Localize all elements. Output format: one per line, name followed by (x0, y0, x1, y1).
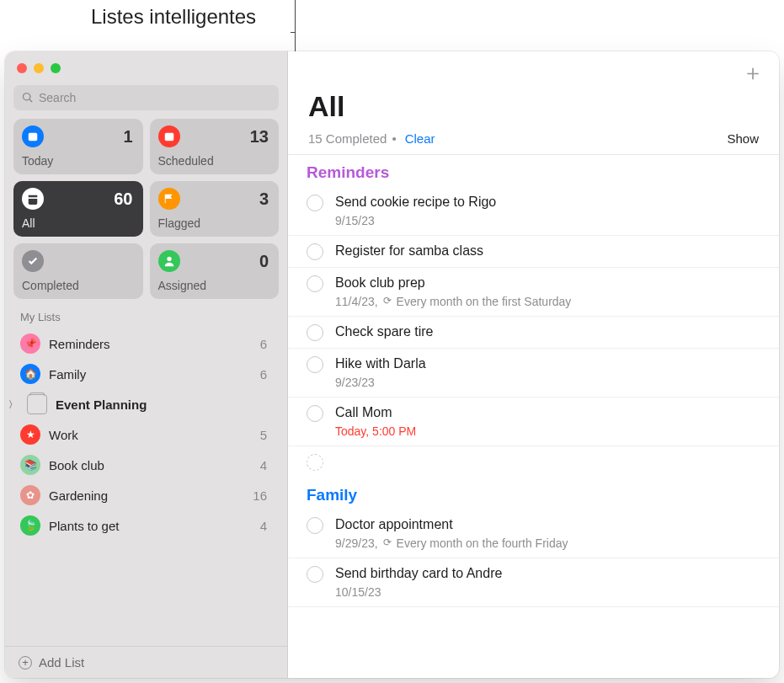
list-item[interactable]: 📚Book club4 (5, 450, 287, 480)
list-icon: 🏠 (20, 364, 40, 384)
today-count: 1 (123, 127, 132, 147)
section-reminders-title[interactable]: Reminders (288, 155, 779, 187)
mylists: 📌Reminders6🏠Family6〉Event Planning★Work5… (5, 328, 287, 646)
page-title: All (288, 88, 779, 131)
reminder-subtext: 10/15/23 (335, 584, 759, 600)
list-icon: 🍃 (20, 515, 40, 536)
today-label: Today (22, 154, 133, 168)
scheduled-label: Scheduled (158, 154, 269, 168)
reminder-item[interactable]: Call MomToday, 5:00 PM (288, 398, 779, 446)
all-icon (22, 188, 44, 210)
list-icon: 📚 (20, 455, 40, 475)
list-count: 4 (260, 519, 272, 533)
close-button[interactable] (17, 63, 27, 73)
reminder-item[interactable]: Doctor appointment9/29/23, ⟳ Every month… (288, 510, 779, 558)
show-button[interactable]: Show (727, 131, 759, 146)
reminder-title: Book club prep (335, 275, 759, 292)
list-label: Event Planning (56, 398, 147, 412)
reminder-item[interactable]: Send cookie recipe to Rigo9/15/23 (288, 187, 779, 236)
add-list-button[interactable]: + Add List (5, 646, 287, 678)
section-family-title[interactable]: Family (288, 478, 779, 510)
list-icon: ✿ (20, 485, 40, 505)
complete-radio[interactable] (307, 517, 323, 534)
complete-radio[interactable] (307, 243, 323, 260)
completed-bar: 15 Completed • Clear Show (288, 131, 779, 155)
list-item[interactable]: 🍃Plants to get4 (5, 510, 287, 541)
list-icon: ★ (20, 424, 40, 445)
smart-today[interactable]: 1 Today (13, 119, 143, 174)
reminder-subtext: 11/4/23, ⟳ Every month on the first Satu… (335, 294, 759, 309)
list-label: Plants to get (49, 519, 119, 533)
assigned-label: Assigned (158, 279, 269, 292)
assigned-count: 0 (259, 252, 269, 271)
person-icon (158, 250, 180, 272)
flag-icon (158, 188, 180, 210)
reminder-subtext: 9/29/23, ⟳ Every month on the fourth Fri… (335, 536, 759, 551)
list-item[interactable]: 🏠Family6 (5, 359, 287, 389)
smart-completed[interactable]: Completed (13, 243, 143, 299)
flagged-count: 3 (259, 189, 269, 209)
complete-radio[interactable] (307, 356, 323, 373)
reminder-title: Check spare tire (335, 323, 759, 341)
new-item-placeholder[interactable] (288, 446, 779, 478)
minimize-button[interactable] (34, 63, 44, 73)
reminder-title: Hike with Darla (335, 355, 759, 373)
list-group[interactable]: 〉Event Planning (5, 389, 287, 419)
add-list-label: Add List (39, 655, 84, 670)
repeat-icon: ⟳ (383, 536, 392, 550)
smart-assigned[interactable]: 0 Assigned (150, 243, 280, 299)
repeat-icon: ⟳ (383, 295, 392, 308)
chevron-right-icon: 〉 (8, 398, 19, 411)
mylists-header: My Lists (5, 299, 287, 328)
list-item[interactable]: 📌Reminders6 (5, 328, 287, 359)
search-input[interactable] (39, 91, 270, 104)
reminder-item[interactable]: Check spare tire (288, 317, 779, 349)
complete-radio[interactable] (307, 566, 323, 583)
reminder-item[interactable]: Register for samba class (288, 236, 779, 268)
list-item[interactable]: ✿Gardening16 (5, 480, 287, 510)
reminder-subtext: Today, 5:00 PM (335, 424, 759, 439)
reminder-item[interactable]: Book club prep11/4/23, ⟳ Every month on … (288, 268, 779, 317)
reminder-title: Doctor appointment (335, 516, 759, 534)
plus-circle-icon: + (19, 656, 32, 670)
radio-placeholder[interactable] (307, 454, 323, 471)
complete-radio[interactable] (307, 405, 323, 422)
scheduled-icon (158, 125, 180, 147)
window-controls (5, 51, 287, 82)
main-toolbar: ＋ (288, 51, 779, 88)
complete-radio[interactable] (307, 324, 323, 341)
complete-radio[interactable] (307, 275, 323, 292)
separator-dot: • (387, 131, 401, 146)
list-icon: 📌 (20, 333, 40, 354)
reminder-subtext: 9/15/23 (335, 213, 759, 228)
list-count: 16 (253, 488, 272, 503)
reminder-title: Call Mom (335, 404, 759, 422)
fullscreen-button[interactable] (51, 63, 61, 73)
list-count: 4 (260, 458, 272, 472)
list-count: 5 (260, 428, 272, 442)
main-pane: ＋ All 15 Completed • Clear Show Reminder… (288, 51, 779, 678)
search-icon (22, 92, 34, 104)
reminder-item[interactable]: Send birthday card to Andre10/15/23 (288, 558, 779, 607)
svg-point-3 (167, 257, 171, 261)
smart-flagged[interactable]: 3 Flagged (150, 181, 280, 237)
reminder-title: Register for samba class (335, 243, 759, 260)
search-field[interactable] (13, 85, 279, 110)
completed-count-text: 15 Completed (308, 131, 387, 146)
smart-scheduled[interactable]: 13 Scheduled (150, 119, 280, 174)
reminder-title: Send cookie recipe to Rigo (335, 194, 759, 211)
check-icon (22, 250, 44, 272)
list-count: 6 (260, 337, 272, 351)
reminder-item[interactable]: Hike with Darla9/23/23 (288, 349, 779, 398)
smart-all[interactable]: 60 All (13, 181, 143, 237)
list-label: Book club (49, 458, 104, 472)
clear-button[interactable]: Clear (405, 131, 435, 146)
complete-radio[interactable] (307, 195, 323, 211)
svg-rect-2 (164, 133, 173, 141)
all-count: 60 (114, 189, 132, 209)
list-item[interactable]: ★Work5 (5, 419, 287, 450)
new-reminder-button[interactable]: ＋ (742, 58, 764, 88)
reminders-content: Reminders Send cookie recipe to Rigo9/15… (288, 155, 779, 678)
all-label: All (22, 216, 133, 230)
list-label: Work (49, 428, 78, 442)
